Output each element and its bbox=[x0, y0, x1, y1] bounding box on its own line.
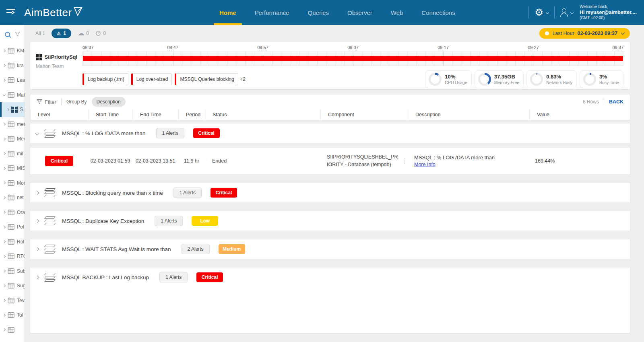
column-header[interactable]: Description bbox=[408, 109, 529, 120]
sidebar-item-server[interactable]: mil bbox=[0, 146, 25, 161]
sidebar-item-server[interactable]: Sug bbox=[0, 278, 25, 293]
column-header[interactable]: Start Time bbox=[88, 109, 132, 120]
alert-tag[interactable]: MSSQL Queries blocking bbox=[175, 73, 238, 85]
sidebar-item-server[interactable]: KMI bbox=[0, 43, 25, 58]
column-header[interactable]: End Time bbox=[132, 109, 178, 120]
more-info-link[interactable]: More Info bbox=[414, 162, 436, 167]
filter-icon[interactable] bbox=[15, 31, 20, 37]
chevron-right-icon[interactable] bbox=[3, 299, 6, 302]
alerts-count-pill[interactable]: 1 Alerts bbox=[155, 216, 183, 226]
chevron-right-icon[interactable] bbox=[3, 196, 6, 199]
nav-item[interactable]: Performance bbox=[255, 0, 289, 25]
column-header[interactable]: Value bbox=[529, 109, 630, 120]
sidebar-item-server[interactable]: Sub bbox=[0, 264, 25, 279]
chevron-right-icon[interactable] bbox=[3, 167, 6, 170]
column-header[interactable]: Period bbox=[178, 109, 205, 120]
sidebar-item-server[interactable]: Rol bbox=[0, 235, 25, 249]
gauge-card[interactable]: 37.35GB Memory Free bbox=[475, 70, 524, 88]
sidebar-item-server[interactable] bbox=[0, 323, 25, 338]
chevron-right-icon[interactable] bbox=[3, 211, 6, 214]
chevron-right-icon[interactable] bbox=[3, 270, 6, 272]
chevron-right-icon[interactable] bbox=[6, 108, 9, 111]
sidebar-item-server[interactable]: S bbox=[0, 102, 25, 117]
alert-group-row[interactable]: MSSQL : % LOG /DATA more than 1 Alerts C… bbox=[30, 124, 630, 143]
severity-badge[interactable]: Critical bbox=[193, 128, 220, 138]
column-header[interactable]: Status bbox=[205, 109, 320, 120]
chevron-right-icon[interactable] bbox=[3, 64, 6, 67]
chevron-right-icon[interactable] bbox=[3, 255, 6, 258]
sidebar-item-server[interactable]: Mor bbox=[0, 176, 25, 191]
sidebar-item-server[interactable]: RTC bbox=[0, 249, 25, 264]
alert-group-row[interactable]: MSSQL : Duplicate Key Exception 1 Alerts… bbox=[30, 211, 630, 231]
alert-tag[interactable]: Log over-sized bbox=[131, 73, 172, 85]
expand-chevron-icon[interactable] bbox=[35, 247, 39, 251]
gauge-card[interactable]: 10% CPU Usage bbox=[425, 70, 471, 88]
nav-item[interactable]: Queries bbox=[308, 0, 329, 25]
severity-badge[interactable]: Critical bbox=[211, 188, 237, 198]
chevron-right-icon[interactable] bbox=[3, 314, 6, 317]
sidebar-item-server[interactable]: met bbox=[0, 117, 25, 132]
settings-menu[interactable]: ⚙ bbox=[535, 8, 549, 17]
alert-group-row[interactable]: MSSQL : Blocking query more than x time … bbox=[30, 183, 630, 202]
kebab-menu-icon[interactable]: ⋮ bbox=[402, 157, 408, 165]
chevron-right-icon[interactable] bbox=[3, 49, 6, 52]
alert-group-row[interactable]: MSSQL BACKUP : Last Log backup 1 Alerts … bbox=[30, 268, 630, 287]
timeline-strip[interactable] bbox=[83, 52, 623, 66]
search-icon[interactable] bbox=[5, 32, 10, 37]
column-header[interactable]: Component bbox=[320, 109, 408, 120]
sidebar-item-server[interactable]: Pol bbox=[0, 220, 25, 235]
filter-all[interactable]: All 1 bbox=[35, 31, 45, 36]
chevron-right-icon[interactable] bbox=[3, 138, 6, 140]
expand-chevron-icon[interactable] bbox=[35, 191, 39, 195]
chevron-right-icon[interactable] bbox=[3, 79, 6, 82]
sidebar-item-server[interactable]: Tol bbox=[0, 308, 25, 323]
alert-group-row[interactable]: MSSQL : WAIT STATS Avg.Wait is more than… bbox=[30, 239, 630, 259]
nav-item[interactable]: Web bbox=[391, 0, 403, 25]
chevron-right-icon[interactable] bbox=[3, 152, 6, 155]
expand-chevron-icon[interactable] bbox=[35, 275, 39, 279]
gauge-card[interactable]: 3% Busy Time bbox=[580, 70, 623, 88]
chevron-right-icon[interactable] bbox=[3, 181, 6, 184]
timeline-alert-band[interactable] bbox=[83, 56, 623, 61]
chevron-right-icon[interactable] bbox=[3, 328, 6, 331]
back-button[interactable]: BACK bbox=[609, 99, 623, 105]
alerts-count-pill[interactable]: 1 Alerts bbox=[156, 128, 184, 138]
nav-item[interactable]: Home bbox=[219, 0, 236, 25]
sidebar-item-server[interactable]: kra bbox=[0, 58, 25, 73]
sidebar-item-server[interactable]: Ora bbox=[0, 205, 25, 220]
severity-badge[interactable]: Medium bbox=[219, 244, 245, 254]
group-by-value-pill[interactable]: Description bbox=[92, 97, 126, 107]
sidebar-collapse-icon[interactable] bbox=[6, 8, 18, 17]
table-filter-button[interactable]: Filter bbox=[37, 99, 56, 105]
sidebar-item-server[interactable]: net bbox=[0, 190, 25, 205]
gauge-filter[interactable]: 0 bbox=[95, 31, 106, 36]
column-header[interactable]: Level bbox=[30, 109, 88, 120]
chevron-right-icon[interactable] bbox=[3, 284, 6, 287]
chevron-right-icon[interactable] bbox=[3, 123, 6, 126]
alert-tag[interactable]: Log backup (.trn) bbox=[83, 73, 128, 85]
expand-chevron-icon[interactable] bbox=[35, 219, 39, 223]
alert-count-badge[interactable]: ⚠ 1 bbox=[52, 29, 71, 38]
time-range-selector[interactable]: Last Hour 02-03-2023 09:37 bbox=[539, 28, 630, 39]
alerts-count-pill[interactable]: 1 Alerts bbox=[159, 272, 188, 282]
sidebar-item-server[interactable]: Mev bbox=[0, 132, 25, 146]
severity-badge[interactable]: Low bbox=[192, 216, 218, 226]
server-name-row[interactable]: SiiPrioritySql bbox=[36, 54, 83, 60]
sidebar-item-server[interactable]: Tev bbox=[0, 293, 25, 308]
nav-item[interactable]: Observer bbox=[347, 0, 372, 25]
alert-detail-row[interactable]: Critical 02-03-2023 01:59 02-03-2023 13:… bbox=[30, 148, 630, 174]
expand-chevron-icon[interactable] bbox=[35, 131, 39, 135]
app-logo[interactable]: AimBetter bbox=[24, 6, 83, 19]
nav-item[interactable]: Connections bbox=[421, 0, 455, 25]
chevron-right-icon[interactable] bbox=[3, 93, 6, 96]
gauge-card[interactable]: 0.83% Network Busy bbox=[526, 70, 577, 88]
severity-badge[interactable]: Critical bbox=[196, 272, 223, 282]
user-menu[interactable] bbox=[560, 8, 573, 17]
chevron-right-icon[interactable] bbox=[3, 226, 6, 229]
alerts-count-pill[interactable]: 1 Alerts bbox=[173, 187, 202, 198]
sidebar-item-server[interactable]: Lea bbox=[0, 73, 25, 88]
alerts-count-pill[interactable]: 2 Alerts bbox=[182, 244, 210, 254]
cloud-filter[interactable]: ☁ 0 bbox=[78, 30, 89, 37]
sidebar-item-server[interactable]: MIS bbox=[0, 161, 25, 176]
chevron-right-icon[interactable] bbox=[3, 240, 6, 243]
